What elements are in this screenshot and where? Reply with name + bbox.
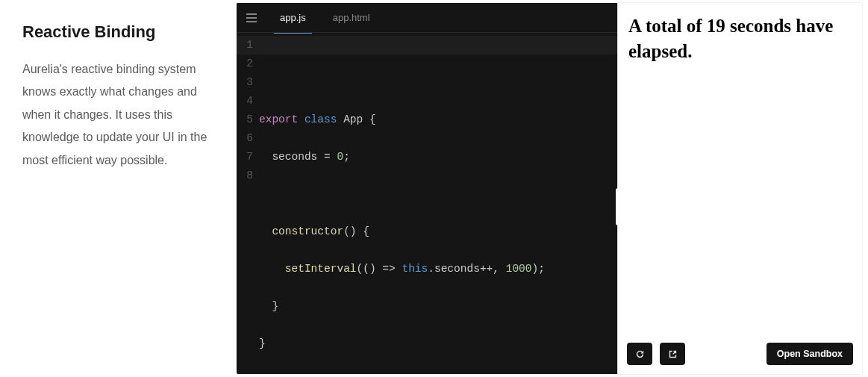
external-link-icon (667, 349, 678, 360)
line-number: 3 (237, 73, 253, 92)
line-number: 7 (237, 148, 253, 166)
line-number: 5 (237, 110, 253, 129)
line-number: 4 (237, 92, 253, 110)
brace: } (259, 337, 266, 349)
resize-handle[interactable] (616, 188, 620, 225)
active-line-highlight (237, 36, 617, 54)
editor-panel: app.js app.html 1 2 3 4 5 6 7 8 export c… (237, 3, 617, 374)
keyword-this: this (402, 263, 428, 275)
number-literal: 0 (337, 151, 343, 163)
preview-output: A total of 19 seconds have elapsed. (618, 3, 862, 374)
number-literal: 1000 (506, 263, 532, 275)
parens: () (343, 225, 356, 237)
function-call: setInterval (285, 263, 357, 275)
tab-app-js[interactable]: app.js (266, 3, 319, 33)
dot: . (428, 263, 434, 275)
code-sandbox: app.js app.html 1 2 3 4 5 6 7 8 export c… (237, 3, 862, 374)
semicolon: ; (343, 151, 350, 163)
code-content[interactable]: export class App { seconds = 0; construc… (259, 36, 617, 374)
section-description: Aurelia's reactive binding system knows … (22, 58, 214, 172)
output-text: A total of 19 seconds have elapsed. (628, 13, 852, 64)
open-new-window-button[interactable] (660, 343, 685, 365)
preview-toolbar: Open Sandbox (627, 343, 853, 365)
menu-icon[interactable] (237, 3, 266, 33)
section-title: Reactive Binding (22, 22, 214, 42)
keyword-class: class (305, 113, 337, 125)
line-number: 6 (237, 129, 253, 148)
refresh-button[interactable] (627, 343, 652, 365)
code-editor[interactable]: 1 2 3 4 5 6 7 8 export class App { secon… (237, 33, 617, 374)
property: seconds (272, 151, 317, 163)
operator: ++ (480, 263, 493, 275)
brace: } (272, 300, 278, 312)
keyword-export: export (259, 113, 298, 125)
property: seconds (434, 263, 480, 275)
tab-app-html[interactable]: app.html (319, 3, 384, 33)
comma: , (493, 263, 499, 275)
brace: { (369, 113, 376, 125)
editor-tabbar: app.js app.html (237, 3, 617, 33)
parens: ) (369, 263, 376, 275)
line-number: 2 (237, 54, 253, 73)
parens: (( (357, 263, 369, 275)
open-sandbox-button[interactable]: Open Sandbox (766, 343, 853, 365)
line-number: 8 (237, 166, 253, 185)
preview-panel: A total of 19 seconds have elapsed. Open… (617, 3, 862, 374)
constructor-keyword: constructor (272, 225, 343, 237)
line-gutter: 1 2 3 4 5 6 7 8 (237, 36, 259, 374)
brace: { (363, 225, 369, 237)
operator: = (324, 151, 331, 163)
arrow: => (382, 263, 395, 275)
refresh-icon (634, 349, 646, 360)
description-panel: Reactive Binding Aurelia's reactive bind… (0, 0, 237, 377)
class-name: App (343, 113, 363, 125)
parens: ); (532, 263, 545, 275)
